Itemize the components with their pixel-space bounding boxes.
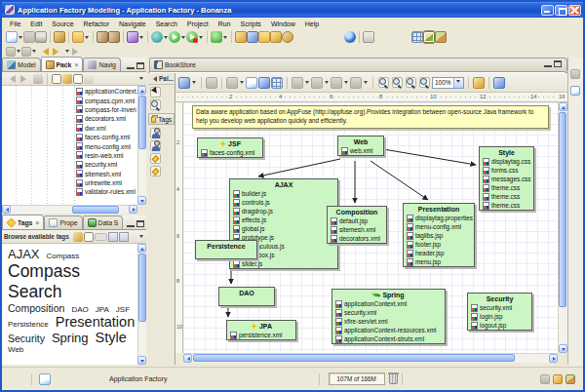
node-file-item[interactable]: web.xml	[338, 146, 383, 155]
menu-item[interactable]: Refactor	[79, 20, 114, 28]
tree-item[interactable]: validator-rules.xml	[2, 187, 137, 196]
web-browser-icon[interactable]	[344, 31, 356, 43]
torch-icon[interactable]	[235, 31, 247, 43]
dropdown-icon[interactable]	[85, 36, 89, 41]
grid-icon[interactable]	[271, 77, 283, 89]
menu-item[interactable]: Edit	[25, 20, 47, 28]
node-file-item[interactable]: theme.css	[480, 183, 533, 192]
node-file-item[interactable]: applicationContext.xml	[332, 299, 445, 308]
node-file-item[interactable]: displaytag.properties	[404, 214, 474, 222]
diagram-node-security[interactable]: Security security.xmllogin.jsplogout.jsp	[467, 293, 532, 331]
tag-security[interactable]: Security	[8, 333, 45, 344]
save-icon[interactable]	[23, 31, 35, 43]
new-folder-icon[interactable]	[72, 31, 84, 43]
menu-item[interactable]: Navigate	[114, 20, 151, 28]
title-bar[interactable]: Application Factory Modeling - Applicati…	[2, 2, 583, 18]
tag-compass-search[interactable]: Compass Search	[8, 261, 132, 302]
diagram-node-web[interactable]: Web web.xml	[337, 136, 384, 156]
scroll-right-icon[interactable]	[549, 354, 558, 363]
node-file-item[interactable]: decorators.xml	[328, 234, 386, 243]
diagram-home-icon[interactable]	[178, 77, 190, 89]
menu-item[interactable]: Source	[47, 20, 78, 28]
dropdown-icon[interactable]	[139, 36, 143, 41]
node-file-item[interactable]: dragdrop.js	[230, 207, 337, 216]
disabled-edit-icon[interactable]	[206, 77, 217, 89]
tag-jsf[interactable]: JSF	[116, 305, 130, 314]
view-menu-icon[interactable]	[139, 235, 143, 240]
deploy-icon[interactable]	[282, 31, 293, 43]
node-file-item[interactable]: persistence.xml	[227, 331, 295, 339]
search-icon[interactable]	[54, 31, 65, 43]
diagram-note[interactable]: Data aware application based on AppFuse …	[192, 105, 549, 129]
tag-presentation[interactable]: Presentation	[56, 314, 135, 330]
scrollbar-thumb[interactable]	[193, 354, 515, 362]
node-file-item[interactable]: displaytag.css	[480, 157, 533, 166]
tab-data-source[interactable]: Data S	[83, 216, 124, 229]
node-file-item[interactable]: menu.jsp	[404, 257, 474, 266]
palette-item-tag1[interactable]	[150, 153, 161, 164]
tab-model[interactable]: Model	[2, 58, 41, 71]
refresh-icon[interactable]	[258, 77, 270, 89]
scroll-down-icon[interactable]	[559, 344, 567, 353]
diagram-node-presentation[interactable]: Presentation displaytag.propertiesmenu-c…	[403, 203, 475, 267]
dropdown-icon[interactable]	[325, 81, 329, 86]
scroll-down-icon[interactable]	[137, 356, 146, 365]
palette-item-tag2[interactable]	[150, 166, 161, 176]
garbage-collect-icon[interactable]	[389, 373, 398, 384]
explorer-vertical-scrollbar[interactable]	[137, 86, 146, 205]
node-file-item[interactable]: global.js	[230, 224, 337, 233]
tree-item[interactable]: compass.cpm.xml	[2, 96, 137, 104]
canvas-vertical-scrollbar[interactable]	[558, 102, 567, 353]
export-icon[interactable]	[108, 31, 120, 43]
menu-item[interactable]: Search	[151, 20, 182, 28]
node-file-item[interactable]: security.xml	[332, 308, 445, 317]
node-file-item[interactable]: controls.js	[230, 198, 337, 207]
diagram-node-jsf[interactable]: JSF faces-config.xml	[197, 137, 263, 158]
minimize-view-icon[interactable]	[127, 62, 135, 69]
tree-item[interactable]: compass-for-Inven	[2, 105, 137, 114]
dropdown-icon[interactable]	[65, 50, 69, 55]
node-file-item[interactable]: sitemesh.xml	[328, 225, 386, 234]
tree-item[interactable]: resin-web.xml	[2, 151, 137, 160]
tree-item[interactable]: urlrewrite.xml	[2, 178, 137, 187]
tag-jpa[interactable]: JPA	[96, 305, 109, 314]
node-file-item[interactable]: xfire-servlet.xml	[332, 317, 445, 326]
canvas-horizontal-scrollbar[interactable]	[183, 353, 558, 363]
status-progress-icon[interactable]	[566, 374, 575, 384]
align-icon[interactable]	[311, 77, 323, 89]
dropdown-icon[interactable]	[223, 36, 227, 41]
forward-arrow-icon[interactable]	[53, 48, 62, 56]
menu-item[interactable]: Window	[266, 20, 300, 28]
maximize-view-icon[interactable]	[136, 220, 144, 227]
node-file-item[interactable]: default.jsp	[328, 216, 386, 225]
node-file-item[interactable]: builder.js	[230, 189, 337, 198]
distribute-icon[interactable]	[331, 77, 342, 89]
application-factory-perspective-icon[interactable]	[423, 31, 435, 43]
tree-item[interactable]: sitemesh.xml	[2, 170, 137, 178]
tab-bookstore[interactable]: BookStore	[149, 58, 567, 71]
close-tab-icon[interactable]: ×	[74, 61, 78, 68]
scroll-up-icon[interactable]	[559, 102, 567, 111]
menu-item[interactable]: Run	[214, 20, 236, 28]
tag-icon[interactable]	[73, 232, 83, 242]
heap-status[interactable]: 107M of 166M	[329, 372, 385, 385]
diagram-canvas[interactable]: Data aware application based on AppFuse …	[183, 102, 558, 353]
tag-search-icon[interactable]	[84, 232, 94, 242]
minimize-editor-icon[interactable]	[544, 60, 552, 67]
node-file-item[interactable]: applicationContext-resources.xml	[332, 326, 445, 334]
palette-item-actor1[interactable]	[150, 128, 161, 138]
diagram-node-dao[interactable]: DAO	[218, 287, 275, 306]
maximize-editor-icon[interactable]	[554, 60, 562, 67]
tree-item[interactable]: menu-config.xml	[2, 141, 137, 150]
dropdown-icon[interactable]	[199, 36, 203, 41]
collapse-palette-icon[interactable]	[150, 76, 157, 82]
print-icon[interactable]	[35, 31, 47, 43]
dropdown-icon[interactable]	[344, 81, 348, 86]
scroll-left-icon[interactable]	[2, 205, 11, 214]
zoom-tool[interactable]	[150, 99, 161, 110]
dropdown-icon[interactable]	[32, 50, 36, 55]
forward-disabled-icon[interactable]	[72, 48, 82, 56]
filters-icon[interactable]	[73, 74, 83, 84]
combo-button[interactable]	[453, 78, 463, 88]
last-edit-icon[interactable]	[6, 47, 16, 57]
